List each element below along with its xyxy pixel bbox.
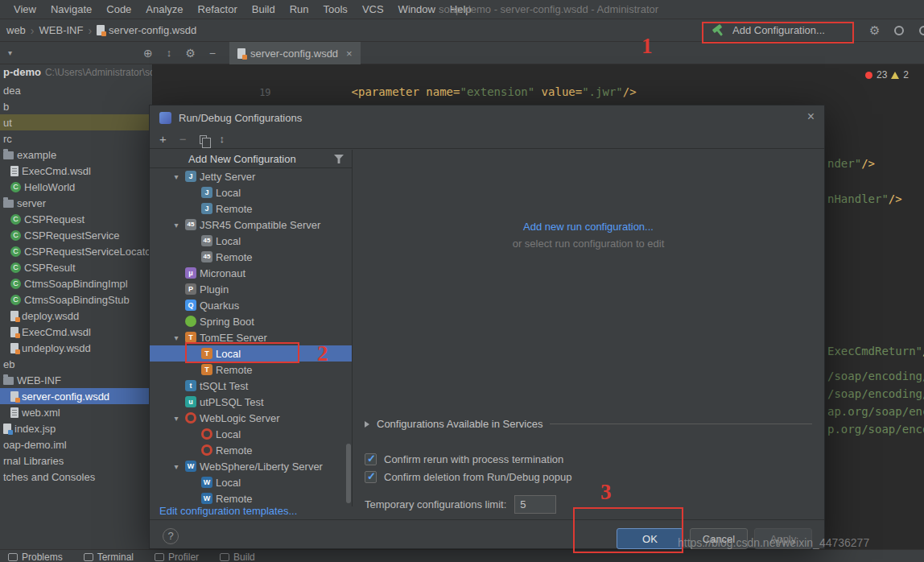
filter-funnel-icon[interactable] xyxy=(334,155,344,163)
toolwindow-tab[interactable]: Profiler xyxy=(155,550,199,562)
menu-item[interactable]: Tools xyxy=(316,3,355,15)
expand-chevron-icon[interactable] xyxy=(171,414,182,423)
expand-chevron-icon[interactable] xyxy=(171,172,182,181)
project-tree-item[interactable]: ExecCmd.wsdl xyxy=(0,324,152,340)
configuration-tree-item[interactable]: WebSphere/Liberty Server xyxy=(150,458,352,474)
project-tree-item[interactable]: dea xyxy=(0,82,152,98)
project-tree-item[interactable]: server-config.wsdd xyxy=(0,388,152,404)
project-tree-item[interactable]: tches and Consoles xyxy=(0,469,152,485)
project-view-dropdown[interactable]: ▾ xyxy=(0,48,12,57)
menu-item[interactable]: Refactor xyxy=(191,3,245,15)
menu-item[interactable]: Analyze xyxy=(138,3,190,15)
project-tree-item[interactable]: rc xyxy=(0,130,152,147)
project-tree-panel: p-demo C:\Users\Administrator\soap-demo … xyxy=(0,64,153,549)
expand-chevron-icon[interactable] xyxy=(171,462,182,471)
menu-item[interactable]: View xyxy=(6,3,43,15)
configuration-tree-item[interactable]: Spring Boot xyxy=(150,313,352,329)
checkbox[interactable] xyxy=(365,471,377,483)
project-item-label: dea xyxy=(3,85,21,97)
configuration-tree-item[interactable]: Local xyxy=(150,233,352,249)
add-new-run-configuration-link[interactable]: Add new run configuration... xyxy=(353,221,824,233)
configuration-tree-item[interactable]: Micronaut xyxy=(150,265,352,281)
project-tree-item[interactable]: eb xyxy=(0,356,152,372)
menu-item[interactable]: Code xyxy=(99,3,138,15)
inspection-widget[interactable]: 23 2 xyxy=(865,69,909,81)
project-tree-item[interactable]: deploy.wsdd xyxy=(0,308,152,324)
project-root-item[interactable]: p-demo C:\Users\Administrator\soap-demo xyxy=(0,66,152,82)
checkbox-row[interactable]: Confirm deletion from Run/Debug popup xyxy=(365,468,571,486)
settings-gear-icon[interactable] xyxy=(869,23,880,38)
project-tree-item[interactable]: oap-demo.iml xyxy=(0,436,152,452)
project-tree-item[interactable]: web.xml xyxy=(0,404,152,420)
configuration-tree-item[interactable]: JSR45 Compatible Server xyxy=(150,217,352,233)
copy-icon[interactable] xyxy=(200,135,207,144)
close-dialog-icon[interactable]: × xyxy=(807,110,815,124)
toolwindow-tab[interactable]: Build xyxy=(220,550,255,562)
breadcrumb-item[interactable]: web xyxy=(6,24,26,36)
project-tree-item[interactable]: rnal Libraries xyxy=(0,452,152,469)
project-tree-item[interactable]: server xyxy=(0,195,152,211)
collapsed-triangle-icon[interactable] xyxy=(365,421,369,428)
configuration-tree-item[interactable]: WebLogic Server xyxy=(150,410,352,426)
expand-chevron-icon[interactable] xyxy=(171,333,182,342)
menu-item[interactable]: Build xyxy=(245,3,283,15)
project-tree-item[interactable]: b xyxy=(0,98,152,114)
hide-panel-icon[interactable] xyxy=(209,47,216,60)
close-tab-icon[interactable]: × xyxy=(346,48,353,60)
project-tree: dea b ut rc example xyxy=(0,82,152,485)
project-tree-item[interactable]: CSPRequestServiceLocator xyxy=(0,243,152,259)
checkbox-row[interactable]: Confirm rerun with process termination xyxy=(365,450,571,468)
menu-item[interactable]: VCS xyxy=(355,3,391,15)
configuration-tree-item[interactable]: Local xyxy=(150,426,352,442)
configuration-tree-item[interactable]: Plugin xyxy=(150,281,352,297)
updates-icon[interactable] xyxy=(894,26,904,35)
project-tree-item[interactable]: HelloWorld xyxy=(0,179,152,195)
services-section[interactable]: Configurations Available in Services xyxy=(365,418,812,430)
expand-chevron-icon[interactable] xyxy=(171,221,182,229)
editor-tab[interactable]: server-config.wsdd × xyxy=(229,42,361,64)
project-tree-item[interactable]: example xyxy=(0,147,152,163)
menu-item[interactable]: Window xyxy=(391,3,443,15)
project-tree-item[interactable]: CSPResult xyxy=(0,259,152,275)
toolwindow-tab[interactable]: Terminal xyxy=(84,550,134,562)
configuration-tree-item[interactable]: utPLSQL Test xyxy=(150,394,352,410)
configuration-tree-item[interactable]: Remote xyxy=(150,490,352,506)
breadcrumb-item[interactable]: WEB-INF xyxy=(39,24,84,36)
dialog-titlebar[interactable]: Run/Debug Configurations × xyxy=(150,105,824,130)
add-icon[interactable] xyxy=(159,132,167,146)
tree-scrollbar[interactable] xyxy=(346,444,351,503)
warning-icon xyxy=(891,72,899,79)
breadcrumb-item[interactable]: server-config.wsdd xyxy=(97,24,196,36)
help-button[interactable]: ? xyxy=(163,528,179,544)
configuration-tree-item[interactable]: Remote xyxy=(150,249,352,265)
project-tree-item[interactable]: undeploy.wsdd xyxy=(0,340,152,356)
temporary-configurations-limit-input[interactable] xyxy=(514,495,556,514)
remove-icon[interactable] xyxy=(179,132,187,146)
project-tree-item[interactable]: WEB-INF xyxy=(0,372,152,388)
configuration-tree-item[interactable]: Remote xyxy=(150,442,352,458)
project-tree-item[interactable]: CSPRequestService xyxy=(0,227,152,243)
menu-item[interactable]: Navigate xyxy=(43,3,99,15)
panel-settings-icon[interactable] xyxy=(185,47,196,60)
checkbox[interactable] xyxy=(365,453,377,465)
project-tree-item[interactable]: CtmsSoapBindingStub xyxy=(0,291,152,308)
project-tree-item[interactable]: ExecCmd.wsdl xyxy=(0,163,152,179)
window-title: soap-demo - server-config.wsdd - Adminis… xyxy=(439,3,658,15)
configuration-tree-item[interactable]: Local xyxy=(150,474,352,490)
sort-icon[interactable] xyxy=(220,133,225,145)
project-tree-item[interactable]: CSPRequest xyxy=(0,211,152,227)
search-icon[interactable] xyxy=(918,25,924,37)
menu-item[interactable]: Run xyxy=(283,3,316,15)
project-tree-item[interactable]: CtmsSoapBindingImpl xyxy=(0,275,152,291)
toolwindow-tab[interactable]: Problems xyxy=(8,550,63,562)
locate-icon[interactable] xyxy=(143,47,153,60)
configuration-tree-item[interactable]: Jetty Server xyxy=(150,168,352,184)
collapse-all-icon[interactable] xyxy=(167,47,172,59)
configuration-tree-item[interactable]: Quarkus xyxy=(150,297,352,313)
configuration-tree-item[interactable]: Remote xyxy=(150,200,352,217)
edit-configuration-templates-link[interactable]: Edit configuration templates... xyxy=(159,505,297,517)
project-tree-item[interactable]: ut xyxy=(0,114,152,130)
configuration-tree-item[interactable]: tSQLt Test xyxy=(150,378,352,394)
project-tree-item[interactable]: index.jsp xyxy=(0,420,152,436)
configuration-tree-item[interactable]: Local xyxy=(150,184,352,200)
